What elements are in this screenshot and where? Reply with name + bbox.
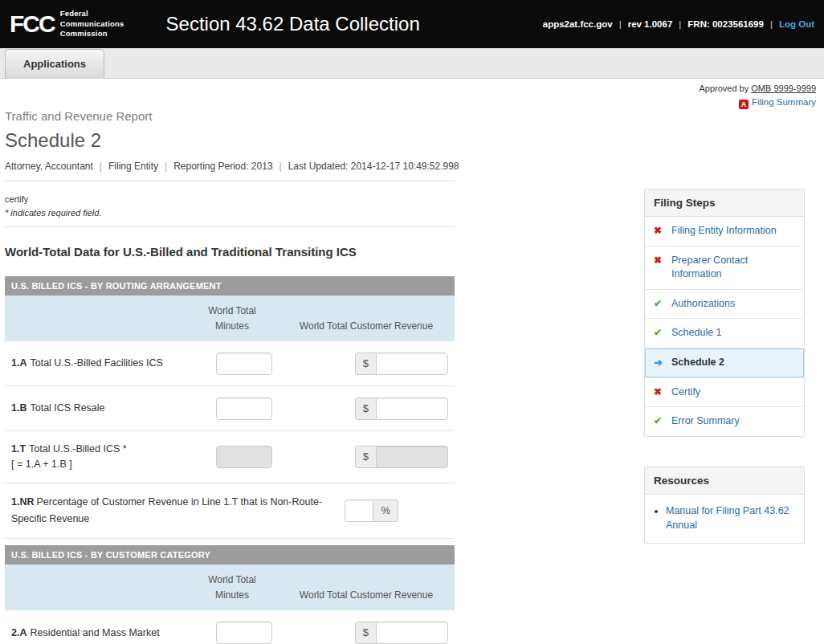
filing-step-link[interactable]: Authorizations	[671, 297, 735, 312]
row-formula: [ = 1.A + 1.B ]	[11, 457, 192, 472]
check-icon: ✔	[654, 297, 665, 311]
sidebar: Filing Steps ✖ Filing Entity Information…	[644, 189, 805, 544]
table-row-1a: 1.ATotal U.S.-Billed Facilities ICS $	[5, 341, 455, 386]
meta-last-updated: Last Updated: 2014-12-17 10:49:52.998	[288, 161, 459, 172]
header-frn: FRN: 0023561699	[687, 19, 764, 29]
tab-applications[interactable]: Applications	[5, 49, 104, 78]
certify-note: certify	[5, 194, 455, 204]
error-icon: ✖	[654, 224, 665, 238]
fcc-logo-acronym: FCC	[10, 10, 55, 38]
resources-panel: Resources Manual for Filing Part 43.62 A…	[644, 467, 805, 544]
header-revision: rev 1.0067	[628, 19, 673, 29]
app-title: Section 43.62 Data Collection	[166, 13, 420, 35]
logout-link[interactable]: Log Out	[779, 19, 814, 29]
manual-link[interactable]: Manual for Filing Part 43.62 Annual	[666, 505, 789, 531]
column-header-revenue: World Total Customer Revenue	[284, 588, 448, 603]
revenue-input-1b[interactable]	[376, 397, 448, 420]
page-content: Approved by OMB 9999-9999 AFiling Summar…	[0, 79, 824, 644]
current-step-label: Schedule 2	[671, 356, 724, 370]
column-header-minutes: World Total Minutes	[180, 573, 284, 602]
routing-arrangement-table: U.S. BILLED ICS - BY ROUTING ARRANGEMENT…	[5, 276, 455, 539]
minutes-input-1t	[216, 446, 272, 468]
arrow-right-icon: ➜	[654, 356, 665, 370]
meta-separator: |	[279, 161, 282, 172]
table-row-1nr: 1.NRPercentage of Customer Revenue in Li…	[5, 483, 455, 540]
percent-input-1nr[interactable]	[345, 499, 373, 522]
header-separator: |	[619, 19, 622, 29]
table-row-1t: 1.TTotal U.S.-Billed ICS * [ = 1.A + 1.B…	[5, 431, 455, 483]
filing-step-link[interactable]: Error Summary	[671, 414, 740, 429]
table-section-header: U.S. BILLED ICS - BY CUSTOMER CATEGORY	[5, 545, 455, 565]
resource-item: Manual for Filing Part 43.62 Annual	[666, 503, 796, 532]
minutes-input-1b[interactable]	[216, 397, 272, 420]
table-row-1b: 1.BTotal ICS Resale $	[5, 386, 455, 431]
currency-addon: $	[355, 397, 376, 420]
header-meta: apps2at.fcc.gov | rev 1.0067 | FRN: 0023…	[543, 19, 814, 29]
percent-addon: %	[373, 499, 398, 522]
report-title: Traffic and Revenue Report	[5, 109, 816, 123]
approved-by-text: Approved by	[699, 84, 749, 93]
filing-step-certify[interactable]: ✖ Certify	[645, 378, 804, 408]
filing-steps-panel: Filing Steps ✖ Filing Entity Information…	[644, 189, 805, 437]
row-label: 1.ATotal U.S.-Billed Facilities ICS	[11, 356, 192, 371]
check-icon: ✔	[654, 326, 665, 340]
column-header-minutes: World Total Minutes	[180, 304, 284, 333]
column-header-revenue: World Total Customer Revenue	[284, 319, 448, 334]
app-header: FCC Federal Communications Commission Se…	[0, 0, 824, 48]
meta-separator: |	[165, 161, 167, 172]
filing-step-link[interactable]: Filing Entity Information	[671, 224, 777, 238]
header-separator: |	[770, 19, 773, 29]
omb-approval-line: Approved by OMB 9999-9999	[5, 84, 816, 93]
table-section-header: U.S. BILLED ICS - BY ROUTING ARRANGEMENT	[5, 276, 455, 296]
resources-title: Resources	[645, 467, 804, 495]
form-column: certify * indicates required field. Worl…	[5, 181, 455, 644]
approval-block: Approved by OMB 9999-9999 AFiling Summar…	[5, 84, 816, 109]
primary-nav: Applications	[0, 48, 824, 79]
divider	[5, 226, 455, 227]
header-host: apps2at.fcc.gov	[543, 19, 613, 29]
filing-summary-line: AFiling Summary	[5, 97, 816, 109]
row-label: 2.AResidential and Mass Market	[11, 626, 192, 641]
filing-step-link[interactable]: Schedule 1	[671, 326, 722, 340]
filing-step-schedule-1[interactable]: ✔ Schedule 1	[645, 319, 804, 348]
currency-addon: $	[355, 446, 376, 468]
header-separator: |	[679, 19, 681, 29]
filing-step-link[interactable]: Preparer Contact Information	[671, 254, 795, 282]
revenue-input-1t	[376, 446, 448, 468]
table-row-2a: 2.AResidential and Mass Market $	[5, 610, 455, 644]
currency-addon: $	[355, 353, 376, 375]
report-meta: Attorney, Accountant|Filing Entity|Repor…	[5, 161, 816, 172]
row-label: 1.NRPercentage of Customer Revenue in Li…	[11, 494, 345, 528]
filing-step-authorizations[interactable]: ✔ Authorizations	[645, 290, 804, 320]
omb-link[interactable]: OMB 9999-9999	[751, 84, 816, 93]
filing-step-error-summary[interactable]: ✔ Error Summary	[645, 407, 804, 436]
filing-step-schedule-2[interactable]: ➜ Schedule 2	[645, 348, 804, 378]
minutes-input-1a[interactable]	[216, 353, 272, 375]
meta-filing-entity: Filing Entity	[108, 161, 158, 172]
page-title: Schedule 2	[5, 129, 816, 152]
revenue-input-1a[interactable]	[376, 353, 448, 375]
revenue-input-2a[interactable]	[376, 622, 448, 644]
filing-step-link[interactable]: Certify	[671, 385, 700, 400]
filing-step-filing-entity-information[interactable]: ✖ Filing Entity Information	[645, 217, 804, 247]
currency-addon: $	[355, 622, 376, 644]
customer-category-table: U.S. BILLED ICS - BY CUSTOMER CATEGORY W…	[5, 545, 455, 644]
meta-reporting-period: Reporting Period: 2013	[173, 161, 272, 172]
error-icon: ✖	[654, 385, 665, 399]
meta-entity-roles: Attorney, Accountant	[5, 161, 93, 172]
minutes-input-2a[interactable]	[216, 622, 272, 644]
filing-step-preparer-contact-information[interactable]: ✖ Preparer Contact Information	[645, 247, 804, 290]
section-heading: World-Total Data for U.S.-Billed and Tra…	[5, 245, 455, 259]
fcc-logo: FCC Federal Communications Commission	[10, 9, 124, 39]
row-label: 1.TTotal U.S.-Billed ICS * [ = 1.A + 1.B…	[11, 442, 192, 472]
column-header-row: World Total Minutes World Total Customer…	[5, 296, 455, 341]
filing-steps-title: Filing Steps	[645, 190, 804, 217]
fcc-logo-text: Federal Communications Commission	[60, 9, 124, 39]
filing-summary-link[interactable]: Filing Summary	[752, 97, 816, 107]
meta-separator: |	[100, 161, 102, 172]
column-header-row: World Total Minutes World Total Customer…	[5, 565, 455, 610]
error-icon: ✖	[654, 254, 665, 267]
pdf-icon: A	[739, 100, 749, 109]
row-label: 1.BTotal ICS Resale	[11, 401, 192, 416]
required-field-note: * indicates required field.	[5, 208, 455, 218]
